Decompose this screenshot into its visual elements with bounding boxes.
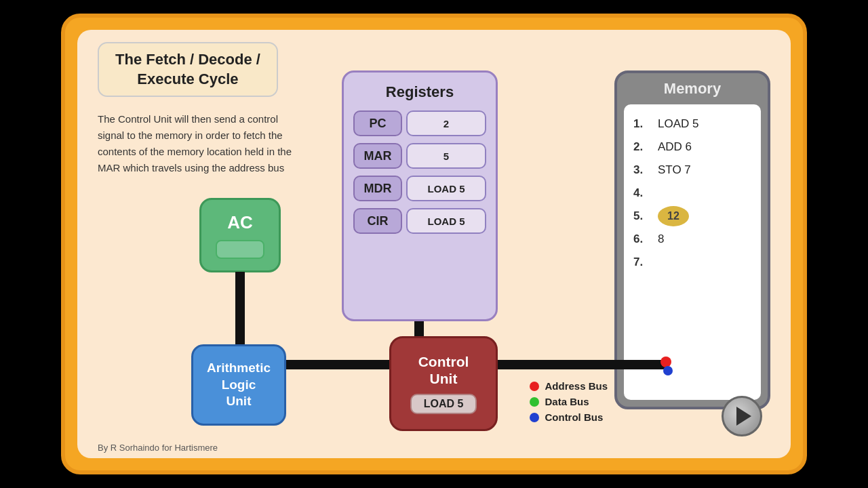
memory-row-5: 5. 12 (633, 205, 751, 228)
control-bus-dot (663, 366, 673, 375)
memory-row-6: 6. 8 (633, 228, 751, 251)
title-text: The Fetch / Decode /Execute Cycle (115, 50, 260, 89)
data-bus-legend-dot (530, 397, 539, 407)
memory-row-2: 2. ADD 6 (633, 136, 751, 159)
inner-container: The Fetch / Decode /Execute Cycle The Co… (77, 30, 791, 458)
memory-content: 1. LOAD 5 2. ADD 6 3. STO 7 4. 5. 12 (624, 104, 761, 400)
title-box: The Fetch / Decode /Execute Cycle (98, 42, 278, 97)
main-container: The Fetch / Decode /Execute Cycle The Co… (61, 14, 807, 474)
play-button[interactable] (722, 396, 762, 436)
memory-row-7: 7. (633, 251, 751, 274)
memory-row-3: 3. STO 7 (633, 159, 751, 182)
alu-label: Arithmetic Logic Unit (207, 360, 271, 410)
register-label-mdr: MDR (353, 176, 402, 201)
cu-title: Control Unit (418, 353, 469, 387)
ac-label: AC (227, 212, 253, 233)
register-row-mar: MAR 5 (353, 143, 486, 169)
register-label-cir: CIR (353, 208, 402, 234)
register-row-mdr: MDR LOAD 5 (353, 176, 486, 201)
address-bus-legend-dot (530, 382, 539, 391)
memory-panel: Memory 1. LOAD 5 2. ADD 6 3. STO 7 4. (614, 70, 770, 409)
description-text: The Control Unit will then send a contro… (98, 111, 301, 176)
address-bus-label: Address Bus (545, 380, 608, 392)
ac-inner (216, 240, 264, 259)
register-label-mar: MAR (353, 143, 402, 169)
bus-legend: Address Bus Data Bus Control Bus (530, 380, 608, 423)
data-bus-label: Data Bus (545, 396, 589, 407)
register-value-mdr: LOAD 5 (406, 176, 486, 201)
legend-data: Data Bus (530, 396, 608, 407)
register-row-pc: PC 2 (353, 110, 486, 136)
legend-control: Control Bus (530, 411, 608, 423)
play-icon (736, 407, 751, 426)
registers-title: Registers (353, 83, 486, 101)
register-row-cir: CIR LOAD 5 (353, 208, 486, 234)
register-value-cir: LOAD 5 (406, 208, 486, 234)
ac-box: AC (199, 198, 281, 272)
cu-box: Control Unit LOAD 5 (389, 336, 498, 431)
memory-title: Memory (664, 80, 721, 98)
control-bus-label: Control Bus (545, 411, 603, 423)
control-bus-legend-dot (530, 413, 539, 422)
registers-panel: Registers PC 2 MAR 5 MDR LOAD 5 CIR LOAD… (342, 70, 498, 321)
register-value-mar: 5 (406, 143, 486, 169)
footer-text: By R Sorhaindo for Hartismere (98, 443, 218, 453)
legend-address: Address Bus (530, 380, 608, 392)
register-value-pc: 2 (406, 110, 486, 136)
alu-box: Arithmetic Logic Unit (191, 344, 286, 426)
memory-row-1: 1. LOAD 5 (633, 113, 751, 136)
memory-highlight-5: 12 (658, 206, 689, 226)
memory-row-4: 4. (633, 182, 751, 205)
register-label-pc: PC (353, 110, 402, 136)
cu-value: LOAD 5 (410, 394, 477, 414)
